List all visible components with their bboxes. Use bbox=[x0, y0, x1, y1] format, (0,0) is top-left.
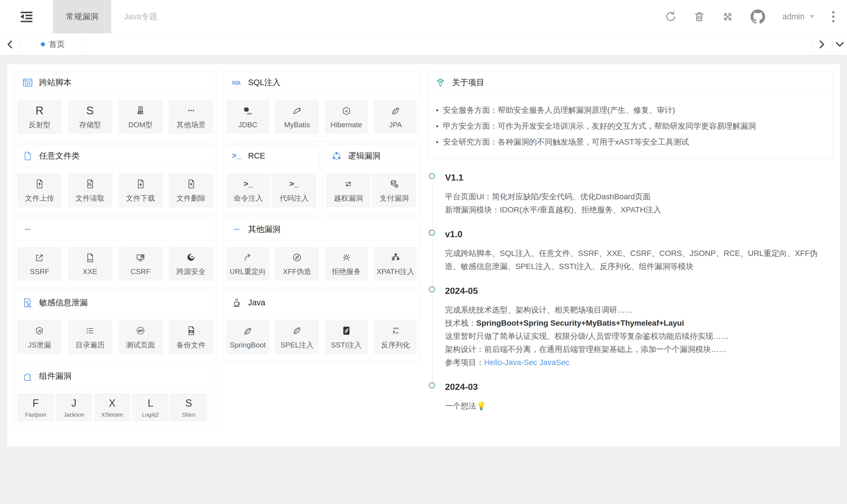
tile-dom-xss[interactable]: DOM DOM型 bbox=[118, 100, 163, 134]
sidebar-collapse-button[interactable] bbox=[0, 0, 53, 33]
tile-label: CSRF bbox=[131, 267, 150, 276]
leaf-icon bbox=[243, 325, 253, 337]
tile-privilege-escalation[interactable]: 越权漏洞 bbox=[326, 173, 370, 208]
fullscreen-icon bbox=[722, 11, 733, 22]
github-button[interactable] bbox=[750, 10, 765, 24]
stamp-icon: 测试 bbox=[136, 325, 145, 337]
tile-xpath-injection[interactable]: XPATH注入 bbox=[374, 247, 417, 281]
tile-other-xss[interactable]: 其他场景 bbox=[169, 100, 213, 134]
tags-scroll-right-button[interactable] bbox=[811, 34, 832, 55]
card-rce: >_ RCE >_ 命令注入 >_ 代码注入 bbox=[223, 145, 320, 215]
tile-label: 存储型 bbox=[79, 120, 101, 130]
bullet-icon: • bbox=[436, 102, 438, 118]
tile-xstream[interactable]: X XStream bbox=[94, 394, 131, 421]
tile-hibernate[interactable]: H Hibernate bbox=[325, 100, 368, 134]
tile-spel-injection[interactable]: SPEL注入 bbox=[275, 320, 318, 354]
tile-label: 命令注入 bbox=[234, 193, 263, 203]
letter-s-icon: S bbox=[86, 104, 94, 116]
tree-nodes-icon bbox=[391, 251, 401, 264]
tile-file-delete[interactable]: 文件删除 bbox=[169, 173, 213, 208]
card-about: 关于项目 • 安全服务方面：帮助安全服务人员理解漏洞原理(产生、修复、审计) •… bbox=[427, 71, 833, 160]
content-sheet: 跨站脚本 R 反射型 S 存储型 D bbox=[7, 64, 840, 447]
tag-home[interactable]: 首页 bbox=[20, 34, 86, 55]
tile-reflected-xss[interactable]: R 反射型 bbox=[17, 100, 62, 134]
link-javasec[interactable]: JavaSec bbox=[539, 358, 569, 367]
timeline-item-v1-1: V1.1 平台页面UI：简化对应缺陷/安全代码、优化DashBoard页面 新增… bbox=[429, 173, 833, 229]
tag-label: 首页 bbox=[49, 39, 65, 50]
tile-label: XFF伪造 bbox=[283, 267, 311, 276]
tile-ssti-injection[interactable]: SSTI注入 bbox=[325, 320, 368, 354]
more-menu-button[interactable] bbox=[832, 11, 835, 23]
file-upload-icon bbox=[34, 178, 45, 190]
top-nav-tabs: 常规漏洞 Java专题 bbox=[53, 0, 170, 33]
tile-dir-traversal[interactable]: 目录遍历 bbox=[68, 320, 112, 354]
timeline-text-references: 参考项目：Hello-Java-Sec JavaSec bbox=[445, 356, 833, 369]
svg-text:JS: JS bbox=[38, 329, 41, 332]
tile-xxe[interactable]: XML XXE bbox=[68, 247, 112, 281]
tile-deserialization[interactable]: json </> 反序列化 bbox=[374, 320, 417, 354]
tile-backup-file[interactable]: ZIP 备份文件 bbox=[169, 320, 213, 354]
user-menu[interactable]: admin bbox=[782, 12, 815, 21]
tile-jpa[interactable]: JPA bbox=[374, 100, 417, 134]
card-title: 任意文件类 bbox=[39, 150, 80, 162]
tile-url-redirect[interactable]: URL重定向 bbox=[226, 247, 269, 281]
tile-label: JPA bbox=[389, 121, 402, 129]
bullet-icon: • bbox=[436, 134, 438, 150]
dom-building-icon: DOM bbox=[136, 104, 145, 116]
tile-file-read[interactable]: 文件读取 bbox=[68, 173, 112, 208]
tile-file-upload[interactable]: 文件上传 bbox=[17, 173, 62, 208]
timeline-dot-icon bbox=[429, 173, 435, 179]
timeline-item-2024-03: 2024-03 一个想法💡 bbox=[429, 382, 833, 425]
link-hello-java-sec[interactable]: Hello-Java-Sec bbox=[484, 358, 537, 367]
file-icon bbox=[22, 151, 33, 161]
card-logic-header: 逻辑漏洞 bbox=[324, 145, 420, 167]
tile-log4j2[interactable]: L Log4j2 bbox=[132, 394, 169, 421]
card-logic: 逻辑漏洞 越权漏洞 bbox=[323, 145, 420, 215]
burst-rays-icon bbox=[341, 251, 351, 264]
tile-jackson[interactable]: J Jackson bbox=[56, 394, 92, 421]
release-timeline: V1.1 平台页面UI：简化对应缺陷/安全代码、优化DashBoard页面 新增… bbox=[427, 173, 833, 425]
timeline-text: 一个想法💡 bbox=[445, 399, 833, 412]
tile-dos[interactable]: 拒绝服务 bbox=[325, 247, 368, 281]
tile-xff-forge[interactable]: XFF伪造 bbox=[275, 247, 318, 281]
card-about-header: 关于项目 bbox=[428, 71, 833, 94]
tile-code-injection[interactable]: >_ 代码注入 bbox=[272, 173, 316, 208]
card-misc-body: SSRF XML XXE CSRF bbox=[15, 240, 216, 288]
database-icon: JDBC bbox=[243, 105, 253, 117]
tile-cors[interactable]: 跨源安全 bbox=[169, 247, 213, 281]
timeline-title: 2024-05 bbox=[445, 286, 833, 296]
tab-java-topics[interactable]: Java专题 bbox=[111, 0, 170, 33]
tags-scroll-left-button[interactable] bbox=[0, 34, 20, 55]
username: admin bbox=[782, 12, 805, 21]
tile-command-injection[interactable]: >_ 命令注入 bbox=[226, 173, 271, 208]
tile-payment-vuln[interactable]: 支付漏洞 bbox=[372, 173, 416, 208]
fullscreen-button[interactable] bbox=[722, 11, 733, 22]
card-rce-body: >_ 命令注入 >_ 代码注入 bbox=[224, 167, 319, 215]
card-title: 跨站脚本 bbox=[39, 77, 71, 88]
tile-test-page[interactable]: 测试 测试页面 bbox=[118, 320, 163, 354]
tile-csrf[interactable]: CSRF bbox=[118, 247, 163, 281]
tab-regular-vulns[interactable]: 常规漏洞 bbox=[53, 0, 111, 33]
tile-ssrf[interactable]: SSRF bbox=[17, 247, 62, 281]
tile-mybatis[interactable]: MyBatis bbox=[275, 100, 318, 134]
tags-menu-button[interactable] bbox=[832, 34, 847, 55]
tile-springboot[interactable]: SpringBoot bbox=[226, 320, 269, 354]
card-column-1: 跨站脚本 R 反射型 S 存储型 D bbox=[14, 71, 216, 439]
tile-file-download[interactable]: 文件下载 bbox=[118, 173, 163, 208]
swap-arrows-icon bbox=[343, 178, 353, 190]
tile-label: Shiro bbox=[182, 412, 195, 418]
tile-stored-xss[interactable]: S 存储型 bbox=[68, 100, 112, 134]
coins-check-icon bbox=[389, 178, 399, 190]
letter-j-icon: J bbox=[71, 397, 76, 409]
refresh-button[interactable] bbox=[665, 11, 676, 22]
tile-jdbc[interactable]: JDBC JDBC bbox=[226, 100, 269, 134]
tagbar-spacer bbox=[86, 34, 811, 55]
tile-label: 支付漏洞 bbox=[380, 193, 409, 203]
tile-fastjson[interactable]: F Fastjson bbox=[17, 394, 54, 421]
timeline-item-v1-0: v1.0 完成跨站脚本、SQL注入、任意文件、SSRF、XXE、CSRF、COR… bbox=[429, 229, 833, 286]
tile-label: 目录遍历 bbox=[75, 340, 104, 350]
clear-cache-button[interactable] bbox=[694, 11, 705, 22]
tile-shiro[interactable]: S Shiro bbox=[170, 394, 207, 421]
hexagon-js-icon: JS bbox=[34, 325, 45, 337]
tile-js-leak[interactable]: JS JS泄漏 bbox=[17, 320, 62, 354]
